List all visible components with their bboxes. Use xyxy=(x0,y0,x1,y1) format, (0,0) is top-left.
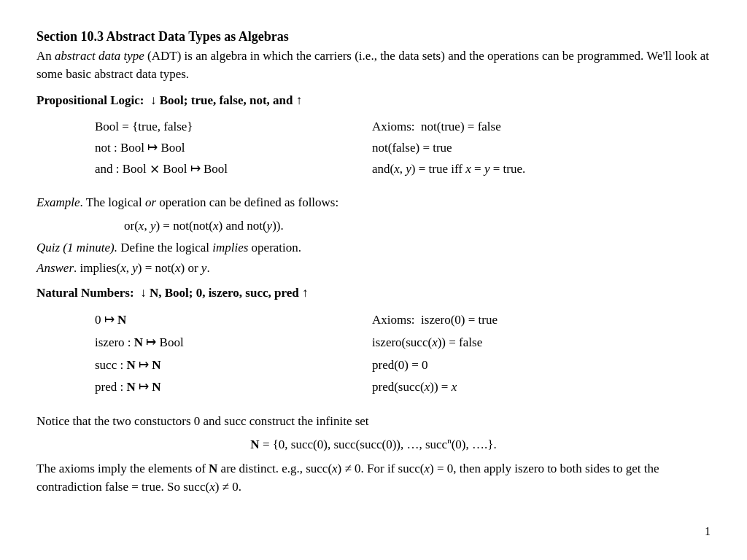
quiz-line: Quiz (1 minute). Define the logical impl… xyxy=(36,241,711,255)
n-sup: n xyxy=(447,436,452,445)
nat-axiom4: pred(succ(x)) = x xyxy=(372,376,498,399)
answer-label: Answer xyxy=(36,261,74,275)
nat-axioms-header: Axioms: iszero(0) = true xyxy=(372,309,498,332)
succ-sig: succ : N ↦ N xyxy=(95,354,372,377)
proplogic-colon: : ↓ Bool; true, false, not, and ↑ xyxy=(140,93,302,107)
axiom2: not(false) = true xyxy=(372,138,525,159)
natural-heading: Natural Numbers: ↓ N, Bool; 0, iszero, s… xyxy=(36,286,711,300)
bool-right-col: Axioms: not(true) = false not(false) = t… xyxy=(372,117,525,180)
nat-table: 0 ↦ N iszero : N ↦ Bool succ : N ↦ N pre… xyxy=(95,309,711,398)
axioms-conclude: The axioms imply the elements of N are d… xyxy=(36,459,711,497)
quiz-label: Quiz (1 minute). xyxy=(36,241,117,254)
natural-title: Natural Numbers: ↓ N, Bool; 0, iszero, s… xyxy=(36,286,308,300)
not-sig: not : Bool ↦ Bool xyxy=(95,138,372,159)
example-label: Example xyxy=(36,195,80,209)
proplogic-title: Propositional Logic xyxy=(36,93,140,107)
nat-axiom1: iszero(0) = true xyxy=(421,313,498,327)
axioms-label: Axioms: xyxy=(372,120,415,133)
iszero-sig: iszero : N ↦ Bool xyxy=(95,332,372,354)
axiom1: not(true) = false xyxy=(421,120,501,133)
page-number: 1 xyxy=(705,525,711,538)
nat-axiom2: iszero(succ(x)) = false xyxy=(372,332,498,354)
implies-label: implies xyxy=(212,241,248,254)
nat-left-col: 0 ↦ N iszero : N ↦ Bool succ : N ↦ N pre… xyxy=(95,309,372,398)
nat-zero: 0 ↦ N xyxy=(95,309,372,332)
or-label: or xyxy=(145,195,156,209)
nat-right-col: Axioms: iszero(0) = true iszero(succ(x))… xyxy=(372,309,498,398)
nat-axiom3: pred(0) = 0 xyxy=(372,354,498,377)
example-section: Example. The logical or operation can be… xyxy=(36,193,711,212)
nat-axioms-label: Axioms: xyxy=(372,313,415,327)
section-title: Section 10.3 Abstract Data Types as Alge… xyxy=(36,29,711,44)
bool-table: Bool = {true, false} not : Bool ↦ Bool a… xyxy=(95,117,711,180)
pred-sig: pred : N ↦ N xyxy=(95,376,372,399)
intro-paragraph: An abstract data type (ADT) is an algebr… xyxy=(36,47,711,83)
or-formula: or(x, y) = not(not(x) and not(y)). xyxy=(124,219,711,233)
bool-left-col: Bool = {true, false} not : Bool ↦ Bool a… xyxy=(95,117,372,180)
answer-line: Answer. implies(x, y) = not(x) or y. xyxy=(36,261,711,276)
proplogic-heading: Propositional Logic: ↓ Bool; true, false… xyxy=(36,93,711,108)
axioms-header: Axioms: not(true) = false xyxy=(372,117,525,138)
notice-text: Notice that the two constuctors 0 and su… xyxy=(36,412,711,431)
and-sig: and : Bool ⨯ Bool ↦ Bool xyxy=(95,159,372,180)
axiom3: and(x, y) = true iff x = y = true. xyxy=(372,159,525,180)
bool-def: Bool = {true, false} xyxy=(95,117,372,138)
n-formula: N = {0, succ(0), succ(succ(0)), …, succn… xyxy=(36,436,711,452)
